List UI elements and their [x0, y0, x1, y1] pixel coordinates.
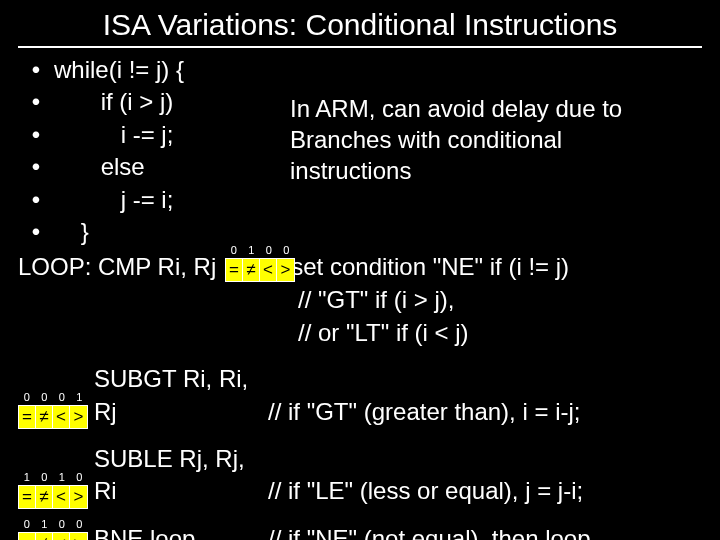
code-text: else: [54, 151, 145, 183]
flag-bits: 0100: [225, 245, 295, 256]
code-text: j -= i;: [54, 184, 173, 216]
asm-comment: // if "GT" (greater than), i = i-j;: [268, 396, 580, 429]
condition-flags: 0100 =≠<>: [18, 532, 88, 540]
asm-instruction: SUBGT Ri, Ri, Rj: [88, 363, 268, 429]
condition-flags: 0001 =≠<>: [18, 405, 88, 429]
flag-bits: 0001: [18, 392, 88, 403]
asm-comment: // if "NE" (not equal), then loop: [268, 523, 591, 540]
flag-cells: =≠<>: [18, 485, 88, 509]
slide-title: ISA Variations: Conditional Instructions: [18, 0, 702, 48]
bullet-dot: •: [18, 216, 54, 248]
asm-instruction: SUBLE Rj, Rj, Ri: [88, 443, 268, 509]
asm-comment: // if "LE" (less or equal), j = j-i;: [268, 475, 583, 508]
code-line: • j -= i;: [18, 184, 702, 216]
code-text: i -= j;: [54, 119, 173, 151]
flag-cells: =≠<>: [18, 405, 88, 429]
asm-instruction: LOOP: CMP Ri, Rj: [18, 251, 216, 284]
asm-row: 1010 =≠<> SUBLE Rj, Rj, Ri // if "LE" (l…: [18, 443, 702, 509]
condition-flags: 1010 =≠<>: [18, 485, 88, 509]
code-text: }: [54, 216, 89, 248]
asm-comment: // or "LT" if (i < j): [18, 317, 702, 349]
bullet-dot: •: [18, 86, 54, 118]
bullet-dot: •: [18, 119, 54, 151]
annotation-note: In ARM, can avoid delay due to Branches …: [290, 93, 690, 187]
flag-bits: 0100: [18, 519, 88, 530]
flag-cells: =≠<>: [18, 532, 88, 540]
bullet-dot: •: [18, 151, 54, 183]
code-line: • while(i != j) {: [18, 54, 702, 86]
bullet-dot: •: [18, 184, 54, 216]
asm-row: 0001 =≠<> SUBGT Ri, Ri, Rj // if "GT" (g…: [18, 363, 702, 429]
code-text: while(i != j) {: [54, 54, 184, 86]
flag-cells: =≠<>: [225, 258, 295, 282]
slide-content: • while(i != j) { • if (i > j) • i -= j;…: [0, 48, 720, 540]
asm-row-loop: LOOP: CMP Ri, Rj 0100 =≠<> // set condit…: [18, 250, 702, 284]
asm-comment: // "GT" if (i > j),: [18, 284, 702, 316]
condition-flags: 0100 =≠<>: [225, 258, 295, 282]
flag-bits: 1010: [18, 472, 88, 483]
asm-row: 0100 =≠<> BNE loop // if "NE" (not equal…: [18, 523, 702, 540]
code-text: if (i > j): [54, 86, 173, 118]
asm-instruction: BNE loop: [88, 523, 195, 540]
bullet-dot: •: [18, 54, 54, 86]
code-line: • }: [18, 216, 702, 248]
assembly-block: LOOP: CMP Ri, Rj 0100 =≠<> // set condit…: [18, 250, 702, 540]
